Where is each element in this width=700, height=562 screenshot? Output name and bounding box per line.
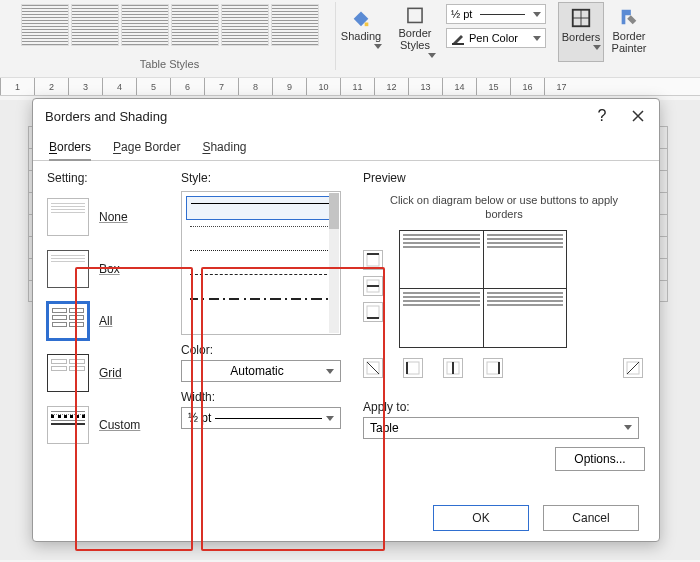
- apply-to-label: Apply to:: [363, 400, 645, 414]
- svg-rect-2: [452, 43, 464, 45]
- options-button[interactable]: Options...: [555, 447, 645, 471]
- preview-diagram[interactable]: [399, 230, 567, 348]
- tab-shading[interactable]: Shading: [202, 133, 246, 161]
- ruler[interactable]: 1234567891011121314151617: [0, 78, 700, 96]
- apply-to-combo[interactable]: Table: [363, 417, 639, 439]
- setting-label: Setting:: [47, 171, 163, 185]
- dialog-tabs: Borders Page Border Shading: [33, 133, 659, 161]
- ok-button[interactable]: OK: [433, 505, 529, 531]
- setting-custom[interactable]: Custom: [47, 399, 163, 451]
- border-styles-icon: [404, 6, 426, 25]
- tab-page-border[interactable]: Page Border: [113, 133, 180, 161]
- setting-none[interactable]: None: [47, 191, 163, 243]
- style-label: Style:: [181, 171, 345, 185]
- setting-column: Setting: None Box All Grid Custom: [47, 171, 163, 495]
- close-icon: [631, 109, 645, 123]
- group-label-tablestyles: Table Styles: [140, 58, 199, 70]
- shading-button[interactable]: Shading: [338, 2, 384, 62]
- borders-button[interactable]: Borders: [558, 2, 604, 62]
- svg-line-21: [627, 362, 639, 374]
- border-bottom-button[interactable]: [363, 302, 383, 322]
- dialog-footer: OK Cancel: [33, 495, 659, 541]
- dialog-titlebar: Borders and Shading ?: [33, 99, 659, 133]
- svg-rect-10: [367, 306, 379, 318]
- preview-hint: Click on diagram below or use buttons to…: [383, 193, 625, 222]
- pen-icon: [451, 31, 465, 45]
- close-button[interactable]: [629, 107, 647, 125]
- tab-borders[interactable]: Borders: [49, 133, 91, 161]
- ribbon: Table Styles Shading Border Styles ½ pt …: [0, 0, 700, 78]
- cancel-button[interactable]: Cancel: [543, 505, 639, 531]
- border-diag-down-button[interactable]: [363, 358, 383, 378]
- border-left-button[interactable]: [403, 358, 423, 378]
- setting-all[interactable]: All: [47, 295, 163, 347]
- help-button[interactable]: ?: [593, 107, 611, 125]
- svg-line-13: [367, 362, 379, 374]
- borders-shading-dialog: Borders and Shading ? Borders Page Borde…: [32, 98, 660, 542]
- border-weight-combo[interactable]: ½ pt: [446, 4, 546, 24]
- border-hmid-button[interactable]: [363, 276, 383, 296]
- table-style-gallery[interactable]: [21, 4, 319, 46]
- border-painter-button[interactable]: Border Painter: [606, 2, 652, 62]
- style-column: Style: Color: Automatic Width: ½ pt: [181, 171, 345, 495]
- setting-box[interactable]: Box: [47, 243, 163, 295]
- width-label: Width:: [181, 390, 345, 404]
- svg-rect-18: [487, 362, 499, 374]
- svg-rect-0: [365, 23, 369, 27]
- border-diag-up-button[interactable]: [623, 358, 643, 378]
- dialog-title: Borders and Shading: [45, 109, 167, 124]
- width-combo[interactable]: ½ pt: [181, 407, 341, 429]
- border-styles-button[interactable]: Border Styles: [392, 2, 438, 62]
- preview-column: Preview Click on diagram below or use bu…: [363, 171, 645, 495]
- svg-rect-6: [367, 254, 379, 266]
- border-right-button[interactable]: [483, 358, 503, 378]
- preview-label: Preview: [363, 171, 645, 185]
- style-scroll-thumb[interactable]: [329, 193, 339, 229]
- pen-color-combo[interactable]: Pen Color: [446, 28, 546, 48]
- borders-icon: [570, 7, 592, 29]
- color-label: Color:: [181, 343, 345, 357]
- svg-rect-14: [407, 362, 419, 374]
- setting-grid[interactable]: Grid: [47, 347, 163, 399]
- paint-bucket-icon: [350, 6, 372, 28]
- border-painter-icon: [618, 6, 640, 28]
- color-combo[interactable]: Automatic: [181, 360, 341, 382]
- border-vmid-button[interactable]: [443, 358, 463, 378]
- style-listbox[interactable]: [181, 191, 341, 335]
- border-top-button[interactable]: [363, 250, 383, 270]
- svg-rect-1: [408, 8, 422, 22]
